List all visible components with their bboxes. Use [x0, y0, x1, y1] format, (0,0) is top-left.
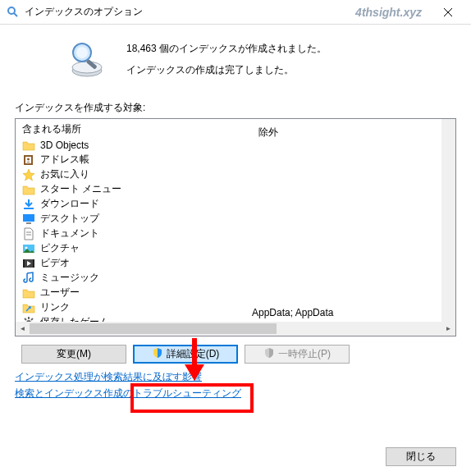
modify-button[interactable]: 変更(M)	[21, 345, 126, 364]
titlebar: インデックスのオプション 4thsight.xyz	[0, 0, 471, 25]
list-item[interactable]: お気に入り	[16, 167, 245, 182]
addressbook-icon	[22, 153, 35, 167]
list-item[interactable]: スタート メニュー	[16, 182, 245, 197]
shield-icon	[263, 347, 275, 361]
list-item-label: ユーザー	[40, 286, 80, 300]
list-item[interactable]: ドキュメント	[16, 227, 245, 241]
link-icon	[22, 301, 35, 314]
scroll-right-button[interactable]: ►	[441, 322, 455, 336]
list-item[interactable]: アドレス帳	[16, 153, 245, 167]
list-item-label: ダウンロード	[40, 197, 99, 211]
scroll-thumb[interactable]	[30, 323, 277, 334]
list-item-label: デスクトップ	[40, 212, 99, 226]
pause-button: 一時停止(P)	[245, 345, 350, 364]
list-item[interactable]: ミュージック	[16, 271, 245, 286]
list-item[interactable]: 3D Objects	[16, 138, 245, 153]
impact-link[interactable]: インデックス処理が検索結果に及ぼす影響	[15, 370, 456, 384]
scroll-track[interactable]	[30, 322, 441, 336]
advanced-label: 詳細設定(D)	[167, 347, 220, 361]
list-item[interactable]: ピクチャ	[16, 241, 245, 256]
close-label: 閉じる	[406, 450, 436, 464]
svg-line-28	[25, 318, 26, 320]
list-item[interactable]: 保存したゲーム	[16, 315, 245, 322]
folder-icon	[22, 183, 35, 196]
svg-rect-21	[33, 259, 34, 268]
list-item[interactable]: リンク	[16, 300, 245, 315]
locations-listbox: 含まれる場所 3D Objectsアドレス帳お気に入りスタート メニューダウンロ…	[15, 118, 456, 336]
included-column: 含まれる場所 3D Objectsアドレス帳お気に入りスタート メニューダウンロ…	[16, 119, 245, 322]
svg-point-0	[8, 7, 15, 14]
magnifier-drive-icon	[67, 39, 107, 79]
excluded-value: AppData; AppData	[252, 304, 449, 322]
svg-point-5	[72, 62, 102, 73]
horizontal-scrollbar[interactable]: ◄ ►	[16, 322, 455, 336]
svg-rect-20	[23, 259, 25, 268]
vertical-scrollbar[interactable]	[441, 119, 455, 322]
svg-point-7	[76, 47, 88, 58]
close-dialog-button[interactable]: 閉じる	[386, 447, 456, 466]
svg-rect-14	[26, 222, 31, 224]
list-item[interactable]: デスクトップ	[16, 212, 245, 227]
excluded-column: 除外 AppData; AppData	[245, 119, 455, 322]
list-item[interactable]: ユーザー	[16, 286, 245, 300]
list-item[interactable]: ダウンロード	[16, 197, 245, 212]
music-icon	[22, 272, 35, 285]
list-item-label: 保存したゲーム	[40, 315, 109, 322]
help-links: インデックス処理が検索結果に及ぼす影響 検索とインデックス作成のトラブルシューテ…	[15, 370, 456, 400]
svg-line-31	[31, 318, 33, 320]
excluded-header: 除外	[252, 122, 449, 141]
document-icon	[22, 227, 35, 240]
window-title: インデックスのオプション	[25, 5, 355, 19]
close-icon	[444, 8, 452, 16]
summary-section: 18,463 個のインデックスが作成されました。 インデックスの作成は完了しまし…	[15, 33, 456, 96]
svg-point-11	[27, 158, 30, 160]
list-item-label: 3D Objects	[40, 140, 89, 151]
star-icon	[22, 168, 35, 181]
download-icon	[22, 198, 35, 211]
video-icon	[22, 257, 35, 270]
list-item-label: ビデオ	[40, 256, 70, 270]
watermark: 4thsight.xyz	[355, 6, 422, 19]
advanced-button[interactable]: 詳細設定(D)	[133, 345, 238, 364]
svg-rect-13	[23, 214, 34, 222]
content: 18,463 個のインデックスが作成されました。 インデックスの作成は完了しまし…	[0, 25, 471, 411]
shield-icon	[152, 347, 163, 361]
summary-text: 18,463 個のインデックスが作成されました。 インデックスの作成は完了しまし…	[126, 38, 327, 81]
buttons-row: 変更(M) 詳細設定(D) 一時停止(P)	[15, 345, 456, 364]
scroll-left-button[interactable]: ◄	[16, 322, 30, 336]
list-item-label: お気に入り	[40, 167, 89, 181]
footer: 閉じる	[386, 447, 456, 466]
pause-label: 一時停止(P)	[278, 347, 331, 361]
list-item-label: ミュージック	[40, 271, 99, 285]
included-header: 含まれる場所	[16, 119, 245, 138]
list-item-label: リンク	[40, 300, 70, 314]
modify-label: 変更(M)	[57, 347, 91, 361]
svg-line-1	[14, 13, 17, 16]
svg-rect-12	[24, 208, 34, 209]
monitor-icon	[22, 213, 35, 226]
list-item[interactable]: ビデオ	[16, 256, 245, 271]
gear-icon	[22, 316, 35, 322]
folder-icon	[22, 139, 35, 152]
folder-icon	[22, 286, 35, 300]
list-item-label: ピクチャ	[40, 241, 80, 255]
pictures-icon	[22, 242, 35, 255]
troubleshoot-link[interactable]: 検索とインデックス作成のトラブルシューティング	[15, 387, 456, 400]
app-icon	[7, 6, 20, 19]
list-item-label: スタート メニュー	[40, 182, 121, 196]
close-button[interactable]	[432, 0, 464, 25]
index-status-line: インデックスの作成は完了しました。	[126, 59, 327, 80]
index-count-line: 18,463 個のインデックスが作成されました。	[126, 38, 327, 59]
target-label: インデックスを作成する対象:	[15, 101, 456, 115]
list-item-label: アドレス帳	[40, 153, 89, 167]
list-item-label: ドキュメント	[40, 227, 99, 240]
svg-point-18	[25, 246, 28, 249]
